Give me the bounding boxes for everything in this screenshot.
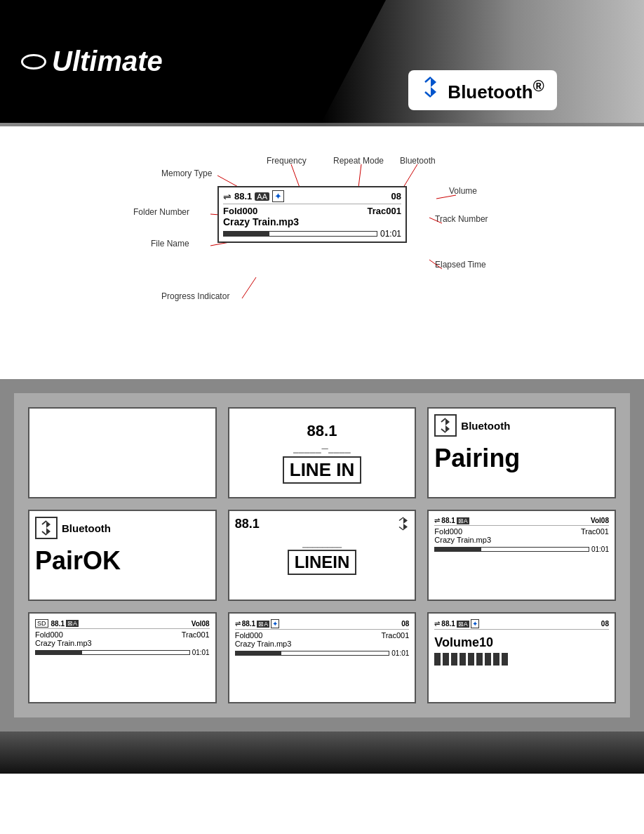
linein-cable: ⎯⎯⎯⎯⎯⎯⎯⎯	[302, 538, 342, 548]
lcd-progress-bar	[223, 231, 377, 237]
lcd-progress-fill	[224, 232, 269, 236]
svg-line-13	[242, 277, 256, 298]
vol-bar-9	[502, 653, 508, 666]
logo-oval-icon	[21, 54, 46, 70]
pairing-text: Pairing	[434, 444, 609, 473]
mini-pbar2	[235, 651, 390, 656]
linein-bt-header: 88.1	[235, 517, 410, 534]
ann-elapsed-time: Elapsed Time	[435, 260, 486, 270]
lcd-freq: 88.1	[234, 191, 252, 201]
mini-folder1: Fold000	[434, 527, 462, 536]
mini-time1: 01:01	[591, 545, 609, 553]
mini-pbar-sd	[35, 650, 190, 655]
mini-progress2: 01:01	[235, 649, 410, 657]
mini-rep1: ⊠A	[457, 517, 469, 524]
bt-pairing-label: Bluetooth	[461, 420, 510, 432]
bluetooth-label: Bluetooth®	[448, 77, 544, 103]
svg-marker-15	[445, 425, 450, 432]
vol-bar-8	[493, 653, 499, 666]
vol-freq: 88.1	[441, 620, 455, 628]
svg-marker-23	[403, 524, 408, 530]
vol-bar-5	[468, 653, 474, 666]
linein-bt-icon	[398, 517, 409, 534]
cable-icon: ⎯⎯⎯⎯⎯─⎯⎯⎯⎯	[293, 443, 350, 454]
mini-bt2: ✦	[271, 619, 279, 628]
diagram-container: Memory Type Frequency Repeat Mode Blueto…	[42, 147, 602, 365]
ann-repeat-mode: Repeat Mode	[333, 156, 384, 166]
screen-empty	[28, 407, 217, 498]
svg-marker-0	[431, 77, 436, 87]
linein-freq: 88.1	[307, 422, 337, 440]
pairok-header: Bluetooth	[35, 517, 210, 539]
ann-bluetooth: Bluetooth	[400, 156, 436, 166]
svg-line-16	[441, 418, 445, 422]
bt-pairing-header: Bluetooth	[434, 414, 609, 437]
mini-lcd2-row1: ⇌ 88.1 ⊠A ✦ 08	[235, 619, 410, 630]
mini-freq2: 88.1	[242, 620, 255, 628]
vol-bar-1	[434, 653, 441, 666]
vol-lcd-row1: ⇌ 88.1 ⊠A ✦ 08	[434, 619, 609, 630]
screen-pairok: Bluetooth PairOK	[28, 510, 217, 601]
vol-bar-7	[485, 653, 491, 666]
mini-pfill1	[435, 548, 481, 551]
svg-line-25	[399, 527, 403, 531]
pairok-text: PairOK	[35, 546, 210, 576]
screen-linein: 88.1 ⎯⎯⎯⎯⎯─⎯⎯⎯⎯ LINE IN	[228, 407, 417, 498]
screen-full-lcd-sd: SD 88.1 ⊠A Vol08 Fold000 Trac001 Crazy T…	[28, 612, 217, 703]
pairok-bt-icon	[35, 517, 58, 539]
mini-pfill2	[236, 651, 282, 655]
screens-grid: 88.1 ⎯⎯⎯⎯⎯─⎯⎯⎯⎯ LINE IN	[28, 407, 616, 703]
mini-track2: Trac001	[381, 631, 409, 640]
svg-line-24	[399, 517, 403, 521]
footer	[0, 732, 644, 774]
diagram-section: Memory Type Frequency Repeat Mode Blueto…	[0, 126, 644, 379]
mini-filename-sd: Crazy Train.mp3	[35, 639, 210, 647]
ann-frequency: Frequency	[267, 156, 307, 166]
lcd-repeat: AA	[255, 192, 269, 201]
vol-bar-3	[451, 653, 457, 666]
lcd-folder: Fold000	[223, 206, 257, 216]
lcd-vol: 08	[391, 191, 401, 201]
mini-track1: Trac001	[581, 527, 609, 536]
mini-vol2: 08	[401, 620, 409, 628]
mini-rep2: ⊠A	[257, 621, 269, 628]
lcd-bt-icon: ✦	[272, 190, 284, 202]
lcd-row2: Fold000 Trac001	[223, 206, 401, 216]
mini-filename2: Crazy Train.mp3	[235, 640, 410, 648]
svg-line-20	[42, 521, 46, 524]
ann-progress-indicator: Progress Indicator	[161, 291, 229, 301]
mini-progress1: 01:01	[434, 545, 609, 553]
svg-line-3	[425, 92, 431, 97]
usb-icon: ⇌	[223, 191, 232, 202]
bluetooth-icon	[421, 76, 441, 105]
annotation-lines	[42, 147, 602, 365]
vol-num: 08	[601, 620, 609, 628]
mini-folder-sd: Fold000	[35, 630, 63, 639]
screen-full-lcd-2: ⇌ 88.1 ⊠A ✦ 08 Fold000 Trac001 Crazy Tra…	[228, 612, 417, 703]
bt-reg: ®	[533, 77, 544, 95]
vol-bt-icon: ✦	[471, 619, 479, 628]
vol-bar-2	[443, 653, 449, 666]
mini-vol1: Vol08	[591, 517, 609, 524]
mini-freq1: 88.1	[441, 517, 455, 524]
vol-bar-6	[476, 653, 483, 666]
svg-marker-22	[403, 517, 408, 524]
mini-time2: 01:01	[391, 649, 409, 657]
svg-marker-19	[46, 528, 51, 535]
vol-label: Volume10	[434, 635, 609, 650]
sd-icon: SD	[35, 619, 48, 628]
logo-label: Ultimate	[52, 46, 163, 77]
linein-bt-freq: 88.1	[235, 517, 260, 534]
mini-time-sd: 01:01	[192, 649, 210, 656]
mini-progress-sd: 01:01	[35, 649, 210, 656]
mini-vol-sd: Vol08	[192, 620, 210, 628]
screen-linein-bt: 88.1 ⎯⎯⎯⎯⎯⎯⎯⎯ LINEIN	[228, 510, 417, 601]
mini-freq-sd: 88.1	[51, 620, 65, 628]
mini-pbar1	[434, 547, 589, 552]
bt-pairing-icon	[434, 414, 457, 437]
vol-bar-4	[459, 653, 466, 666]
svg-line-17	[441, 429, 445, 432]
screen-full-lcd-1: ⇌ 88.1 ⊠A Vol08 Fold000 Trac001 Crazy Tr…	[427, 510, 616, 601]
header: Ultimate Bluetooth®	[0, 0, 644, 123]
lcd-progress-row: 01:01	[223, 229, 401, 239]
